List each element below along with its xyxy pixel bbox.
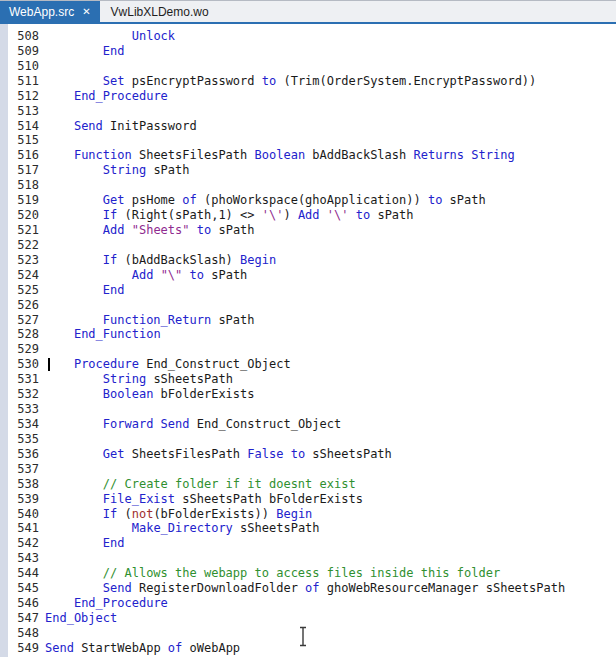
code-text — [39, 626, 45, 641]
code-line[interactable]: 514 Send InitPassword — [8, 119, 616, 134]
code-text: End_Procedure — [39, 596, 168, 611]
code-text: If (bAddBackSlash) Begin — [39, 253, 276, 268]
line-number: 546 — [8, 596, 39, 611]
code-text — [39, 462, 45, 477]
code-text: Get psHome of (phoWorkspace(ghoApplicati… — [39, 193, 486, 208]
code-line[interactable]: 544 // Allows the webapp to access files… — [8, 566, 616, 581]
line-number: 538 — [8, 477, 39, 492]
tab-vwlibxldemo-wo[interactable]: VwLibXLDemo.wo — [100, 1, 220, 22]
code-line[interactable]: 518 — [8, 178, 616, 193]
code-line[interactable]: 508 Unlock — [8, 29, 616, 44]
code-line[interactable]: 540 If (not(bFolderExists)) Begin — [8, 507, 616, 522]
line-number: 519 — [8, 193, 39, 208]
line-number: 516 — [8, 148, 39, 163]
line-number: 537 — [8, 462, 39, 477]
close-tab-icon[interactable]: ✕ — [82, 6, 90, 17]
line-number: 524 — [8, 268, 39, 283]
line-number: 515 — [8, 133, 39, 148]
line-number: 521 — [8, 223, 39, 238]
code-line[interactable]: 525 End — [8, 283, 616, 298]
code-line[interactable]: 535 — [8, 432, 616, 447]
code-line[interactable]: 542 End — [8, 536, 616, 551]
code-text: Forward Send End_Construct_Object — [39, 417, 341, 432]
code-line[interactable]: 509 End — [8, 44, 616, 59]
code-text: Send RegisterDownloadFolder of ghoWebRes… — [39, 581, 565, 596]
code-text — [39, 298, 45, 313]
code-line[interactable]: 534 Forward Send End_Construct_Object — [8, 417, 616, 432]
code-text: Add "\" to sPath — [39, 268, 247, 283]
code-line[interactable]: 517 String sPath — [8, 163, 616, 178]
tab-label: VwLibXLDemo.wo — [111, 5, 209, 19]
line-number: 528 — [8, 327, 39, 342]
line-number: 509 — [8, 44, 39, 59]
code-line[interactable]: 511 Set psEncryptPassword to (Trim(Order… — [8, 74, 616, 89]
tab-webapp-src[interactable]: WebApp.src ✕ — [0, 1, 100, 22]
code-text — [39, 104, 45, 119]
code-line[interactable]: 512 End_Procedure — [8, 89, 616, 104]
code-text — [39, 402, 45, 417]
code-text: End — [39, 536, 124, 551]
line-number: 539 — [8, 492, 39, 507]
code-line[interactable]: 526 — [8, 298, 616, 313]
code-text: Get SheetsFilesPath False to sSheetsPath — [39, 447, 392, 462]
code-line[interactable]: 541 Make_Directory sSheetsPath — [8, 521, 616, 536]
code-line[interactable]: 527 Function_Return sPath — [8, 313, 616, 328]
code-line[interactable]: 528 End_Function — [8, 327, 616, 342]
line-number: 548 — [8, 626, 39, 641]
code-text: Set psEncryptPassword to (Trim(OrderSyst… — [39, 74, 536, 89]
code-line[interactable]: 524 Add "\" to sPath — [8, 268, 616, 283]
code-line[interactable]: 515 — [8, 133, 616, 148]
code-line[interactable]: 521 Add "Sheets" to sPath — [8, 223, 616, 238]
code-line[interactable]: 532 Boolean bFolderExists — [8, 387, 616, 402]
code-text: End_Function — [39, 327, 161, 342]
code-line[interactable]: 533 — [8, 402, 616, 417]
line-number: 542 — [8, 536, 39, 551]
code-text — [39, 432, 45, 447]
code-line[interactable]: 520 If (Right(sPath,1) <> '\') Add '\' t… — [8, 208, 616, 223]
code-line[interactable]: 548 — [8, 626, 616, 641]
text-caret — [48, 358, 50, 371]
code-line[interactable]: 547End_Object — [8, 611, 616, 626]
code-line[interactable]: 549Send StartWebApp of oWebApp — [8, 641, 616, 656]
code-text: // Allows the webapp to access files ins… — [39, 566, 500, 581]
line-number: 520 — [8, 208, 39, 223]
code-line[interactable]: 529 — [8, 342, 616, 357]
code-editor[interactable]: 508 Unlock509 End510511 Set psEncryptPas… — [0, 24, 616, 657]
code-text: Procedure End_Construct_Object — [39, 357, 291, 372]
code-text: Function_Return sPath — [39, 313, 255, 328]
code-text — [39, 342, 45, 357]
code-line[interactable]: 539 File_Exist sSheetsPath bFolderExists — [8, 492, 616, 507]
code-line[interactable]: 538 // Create folder if it doesnt exist — [8, 477, 616, 492]
line-number: 527 — [8, 313, 39, 328]
code-line[interactable]: 519 Get psHome of (phoWorkspace(ghoAppli… — [8, 193, 616, 208]
code-line[interactable]: 546 End_Procedure — [8, 596, 616, 611]
code-line[interactable]: 530 Procedure End_Construct_Object — [8, 357, 616, 372]
line-number: 536 — [8, 447, 39, 462]
code-line[interactable]: 522 — [8, 238, 616, 253]
line-number: 549 — [8, 641, 39, 656]
code-line[interactable]: 510 — [8, 59, 616, 74]
line-number: 529 — [8, 342, 39, 357]
line-number: 540 — [8, 507, 39, 522]
line-number: 522 — [8, 238, 39, 253]
line-number: 517 — [8, 163, 39, 178]
code-line[interactable]: 545 Send RegisterDownloadFolder of ghoWe… — [8, 581, 616, 596]
code-text — [39, 178, 45, 193]
code-line[interactable]: 536 Get SheetsFilesPath False to sSheets… — [8, 447, 616, 462]
document-tabbar: WebApp.src ✕ VwLibXLDemo.wo — [0, 0, 616, 24]
line-number: 547 — [8, 611, 39, 626]
line-number: 523 — [8, 253, 39, 268]
code-line[interactable]: 537 — [8, 462, 616, 477]
code-text: Function SheetsFilesPath Boolean bAddBac… — [39, 148, 515, 163]
line-number: 510 — [8, 59, 39, 74]
code-line[interactable]: 516 Function SheetsFilesPath Boolean bAd… — [8, 148, 616, 163]
code-area: 508 Unlock509 End510511 Set psEncryptPas… — [8, 29, 616, 656]
line-number: 535 — [8, 432, 39, 447]
code-text: Boolean bFolderExists — [39, 387, 255, 402]
code-line[interactable]: 523 If (bAddBackSlash) Begin — [8, 253, 616, 268]
code-line[interactable]: 513 — [8, 104, 616, 119]
code-line[interactable]: 531 String sSheetsPath — [8, 372, 616, 387]
code-text: End — [39, 44, 124, 59]
code-line[interactable]: 543 — [8, 551, 616, 566]
tab-label: WebApp.src — [9, 5, 74, 19]
